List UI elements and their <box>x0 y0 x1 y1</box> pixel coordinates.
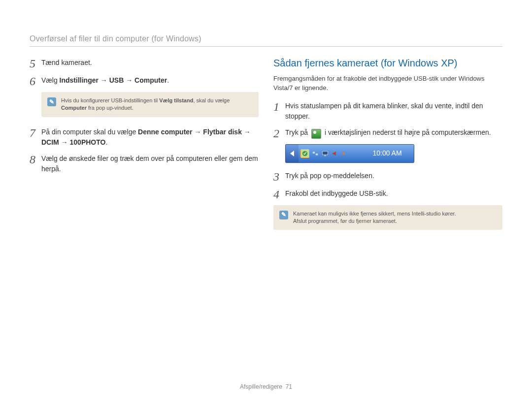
step-text: Vælg de ønskede filer og træk dem over p… <box>41 153 259 174</box>
svg-point-6 <box>345 152 347 154</box>
step-8: 8 Vælg de ønskede filer og træk dem over… <box>30 153 259 174</box>
step-5: 5 Tænd kameraet. <box>30 57 259 69</box>
step-number: 5 <box>30 57 41 69</box>
step6-bold: Indstillinger → USB → Computer <box>60 76 167 84</box>
step-number: 1 <box>273 100 285 113</box>
note-box-left: ✎ Hvis du konfigurerer USB-indstillingen… <box>41 92 259 117</box>
svg-rect-4 <box>324 155 326 156</box>
step-text: Hvis statuslampen på dit kamera blinker,… <box>285 100 502 122</box>
step-text: Tryk på pop op-meddelelsen. <box>285 170 502 181</box>
step-6: 6 Vælg Indstillinger → USB → Computer. <box>30 74 259 87</box>
step-number: 6 <box>30 74 41 87</box>
note-r1: Kameraet kan muligvis ikke fjernes sikke… <box>293 211 456 216</box>
tray-icons-area <box>299 145 361 162</box>
note-l2a: Computer <box>61 105 87 111</box>
step7-suffix: . <box>105 138 107 146</box>
content-columns: 5 Tænd kameraet. 6 Vælg Indstillinger → … <box>30 57 502 239</box>
system-clock: 10:00 AM <box>361 145 414 162</box>
safely-remove-icon <box>311 129 321 139</box>
note-text: Kameraet kan muligvis ikke fjernes sikke… <box>293 210 456 225</box>
step7-prefix: På din computer skal du vælge <box>41 128 138 136</box>
note-l1a: Hvis du konfigurerer USB-indstillingen t… <box>61 97 159 103</box>
step6-prefix: Vælg <box>41 76 60 84</box>
step2-suffix: i værktøjslinjen nederst til højre på co… <box>323 128 491 136</box>
chevron-left-icon <box>290 151 294 156</box>
step-number: 4 <box>273 187 285 200</box>
tray-expand-arrow <box>286 145 299 162</box>
step-text: Tænd kameraet. <box>41 57 259 68</box>
step-number: 2 <box>273 126 285 139</box>
network-tray-icon <box>311 150 319 157</box>
step-number: 3 <box>273 170 285 183</box>
display-tray-icon <box>321 150 329 157</box>
svg-rect-3 <box>323 151 328 154</box>
note-box-right: ✎ Kameraet kan muligvis ikke fjernes sik… <box>273 205 502 230</box>
svg-rect-1 <box>313 152 315 154</box>
svg-rect-2 <box>316 154 318 155</box>
step-7: 7 På din computer skal du vælge Denne co… <box>30 126 259 148</box>
note-l1b: Vælg tilstand <box>159 97 193 103</box>
step-text: Tryk på i værktøjslinjen nederst til høj… <box>285 126 502 138</box>
volume-tray-icon <box>331 150 339 157</box>
right-step-1: 1 Hvis statuslampen på dit kamera blinke… <box>273 100 502 122</box>
step-number: 7 <box>30 126 41 139</box>
step6-suffix: . <box>167 76 169 84</box>
step2-prefix: Tryk på <box>285 128 310 136</box>
note-l1c: , skal du vælge <box>193 97 230 103</box>
right-step-2: 2 Tryk på i værktøjslinjen nederst til h… <box>273 126 502 139</box>
footer-section: Afspille/redigere <box>240 383 282 390</box>
note-icon: ✎ <box>279 211 288 219</box>
section-intro: Fremgangsmåden for at frakoble det indby… <box>273 74 502 93</box>
right-step-4: 4 Frakobl det indbyggede USB-stik. <box>273 187 502 200</box>
step-text: Vælg Indstillinger → USB → Computer. <box>41 74 259 86</box>
generic-tray-icon <box>341 150 349 157</box>
section-heading: Sådan fjernes kameraet (for Windows XP) <box>273 56 502 70</box>
header-divider <box>30 46 502 47</box>
note-text: Hvis du konfigurerer USB-indstillingen t… <box>61 97 230 112</box>
page-header-title: Overførsel af filer til din computer (fo… <box>30 34 502 43</box>
right-column: Sådan fjernes kameraet (for Windows XP) … <box>273 57 502 239</box>
step-text: Frakobl det indbyggede USB-stik. <box>285 187 502 199</box>
svg-point-5 <box>342 152 345 154</box>
right-step-3: 3 Tryk på pop op-meddelelsen. <box>273 170 502 183</box>
step-text: På din computer skal du vælge Denne comp… <box>41 126 259 148</box>
left-column: 5 Tænd kameraet. 6 Vælg Indstillinger → … <box>30 57 259 239</box>
step-number: 8 <box>30 153 41 165</box>
windows-xp-system-tray: 10:00 AM <box>285 144 414 163</box>
note-icon: ✎ <box>47 97 56 106</box>
note-l2b: fra pop up-vinduet. <box>87 105 133 111</box>
footer-page-number: 71 <box>286 383 292 390</box>
page-footer: Afspille/redigere 71 <box>0 383 532 390</box>
note-r2: Afslut programmet, før du fjerner kamera… <box>293 218 397 224</box>
safely-remove-tray-icon[interactable] <box>300 149 309 158</box>
